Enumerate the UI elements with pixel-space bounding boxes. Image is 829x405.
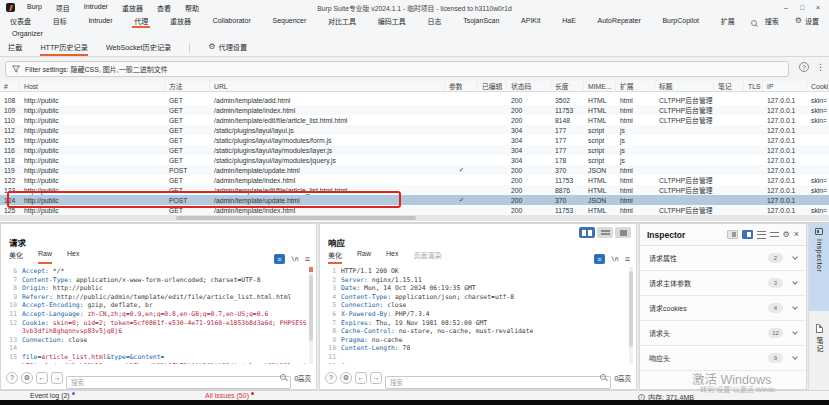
side-tab-notes[interactable]: 笔记 (809, 319, 829, 377)
main-tab-12[interactable]: HaE (560, 15, 578, 28)
main-tab-1[interactable]: 目标 (51, 15, 69, 28)
table-row[interactable]: 115http://publicGET/static/plugins/layui… (0, 135, 829, 145)
table-row[interactable]: 123http://publicGET/admin/template/edit/… (0, 185, 829, 195)
table-row[interactable]: 108http://publicGET/admin/template/add.h… (0, 95, 829, 105)
table-row[interactable]: 124http://publicPOST/admin/template/upda… (0, 195, 829, 205)
column-header-1[interactable]: Host (20, 81, 165, 91)
column-header-3[interactable]: URL (210, 81, 445, 91)
minimize-button[interactable]: – (779, 2, 793, 13)
filter-settings-bar[interactable]: Filter settings: 隐藏CSS, 图片,一般二进制文件 (5, 61, 789, 77)
layout-single-button[interactable] (615, 227, 631, 238)
main-tab-4[interactable]: 重放器 (168, 15, 193, 28)
main-tab-15[interactable]: 扩展 (719, 15, 737, 28)
column-header-12[interactable]: TLS (744, 81, 763, 91)
response-tab-1[interactable]: Raw (357, 250, 371, 264)
response-tab-0[interactable]: 美化 (328, 250, 342, 264)
proxy-settings-button[interactable]: ⚙ 代理设置 (208, 40, 247, 56)
inspector-section-4[interactable]: 响应头9 (640, 346, 806, 371)
inspector-section-0[interactable]: 请求属性2 (640, 246, 806, 271)
sub-tab-0[interactable]: 拦截 (8, 40, 22, 56)
menu-0[interactable]: Burp (20, 3, 49, 13)
menu-1[interactable]: 项目 (49, 3, 77, 13)
prev-match-button[interactable]: ← (355, 372, 367, 384)
column-header-13[interactable]: IP (763, 81, 807, 91)
column-header-6[interactable]: 状态码 (507, 81, 551, 91)
table-row[interactable]: 110http://publicGET/admin/template/edit/… (0, 115, 829, 125)
table-row[interactable]: 119http://publicPOST/admin/template/upda… (0, 165, 829, 175)
menu-5[interactable]: 帮助 (178, 3, 206, 13)
table-row[interactable]: 116http://publicGET/static/plugins/layui… (0, 145, 829, 155)
show-newlines-icon[interactable]: \n (291, 255, 299, 263)
inspector-settings-icon[interactable]: ⚙ (783, 231, 790, 239)
main-tab-11[interactable]: APIKit (519, 15, 542, 28)
inspector-section-3[interactable]: 请求头12 (640, 321, 806, 346)
response-editor[interactable]: 1HTTP/1.1 200 OK2Server: nginx/1.15.113D… (323, 267, 627, 364)
table-horizontal-scrollbar[interactable] (0, 215, 829, 221)
column-header-7[interactable]: 长度 (551, 81, 584, 91)
column-header-9[interactable]: 扩展 (616, 81, 655, 91)
inspector-dock-left-button[interactable] (727, 230, 738, 239)
column-header-14[interactable]: Cookie (807, 81, 829, 91)
menu-2[interactable]: Intruder (77, 3, 115, 13)
table-row[interactable]: 112http://publicGET/static/plugins/layui… (0, 125, 829, 135)
menu-3[interactable]: 重放器 (115, 3, 150, 13)
sub-tab-2[interactable]: WebSocket历史记录 (106, 40, 171, 56)
request-tab-2[interactable]: Hex (67, 250, 79, 264)
response-search-input[interactable] (385, 376, 611, 389)
maximize-button[interactable]: □ (795, 2, 809, 13)
inspector-section-1[interactable]: 请求主体参数3 (640, 271, 806, 296)
layout-rows-button[interactable] (597, 227, 613, 238)
column-header-8[interactable]: MIME... (584, 81, 616, 91)
main-tab-13[interactable]: AutoRepeater (596, 15, 643, 28)
search-settings-icon[interactable]: ⚙ (21, 372, 33, 384)
editor-menu-icon[interactable]: ≡ (305, 255, 310, 264)
column-header-10[interactable]: 标题 (655, 81, 714, 91)
scrollbar-thumb[interactable] (309, 275, 313, 341)
table-row[interactable]: 122http://publicGET/admin/template/index… (0, 175, 829, 185)
main-tab-14[interactable]: BurpCopilot (660, 15, 701, 28)
sub-tab-1[interactable]: HTTP历史记录 (40, 40, 88, 56)
search-help-icon[interactable]: ? (6, 372, 18, 384)
request-search-input[interactable] (66, 376, 291, 389)
close-button[interactable]: × (811, 2, 825, 13)
main-tab-3[interactable]: 代理 (132, 15, 150, 28)
settings-button[interactable]: ⚙ 设置 (793, 16, 821, 28)
event-log-button[interactable]: Event log (2) (30, 392, 75, 399)
side-tab-inspector[interactable]: Inspector (809, 223, 829, 311)
main-tab-2[interactable]: Intruder (86, 15, 114, 28)
scrollbar-thumb[interactable] (176, 216, 416, 220)
prev-match-button[interactable]: ← (36, 372, 48, 384)
request-editor-scrollbar[interactable] (309, 267, 313, 364)
expand-all-icon[interactable] (757, 231, 766, 239)
main-tab-row2-0[interactable]: Organizer (10, 30, 45, 39)
scrollbar-thumb[interactable] (629, 271, 633, 347)
response-tab-3[interactable]: 页面渲染 (413, 250, 441, 264)
more-options-icon[interactable]: ⋮ (816, 62, 825, 72)
response-editor-scrollbar[interactable] (629, 267, 633, 364)
main-tab-0[interactable]: 仪表盘 (8, 15, 33, 28)
inspector-section-2[interactable]: 请求cookies4 (640, 296, 806, 321)
search-help-icon[interactable]: ? (325, 372, 337, 384)
inspector-dock-right-button[interactable] (742, 230, 753, 239)
pretty-print-icon[interactable]: ≡ (594, 254, 605, 264)
all-issues-button[interactable]: All issues (50) (205, 392, 254, 399)
next-match-button[interactable]: → (51, 372, 63, 384)
main-tab-7[interactable]: 对比工具 (326, 15, 358, 28)
request-editor[interactable]: 6Accept: */*7Content-Type: application/x… (4, 267, 307, 364)
next-match-button[interactable]: → (370, 372, 382, 384)
inspector-close-icon[interactable]: × (794, 230, 799, 239)
column-header-0[interactable]: # (0, 81, 20, 91)
column-header-4[interactable]: 参数 (445, 81, 478, 91)
request-tab-0[interactable]: 美化 (9, 250, 23, 264)
help-icon[interactable]: ? (799, 62, 809, 72)
layout-columns-button[interactable] (579, 227, 595, 238)
show-newlines-icon[interactable]: \n (611, 255, 619, 263)
table-row[interactable]: 109http://publicGET/admin/template/index… (0, 105, 829, 115)
column-header-11[interactable]: 笔记 (714, 81, 744, 91)
table-row[interactable]: 125http://publicGET/admin/template/index… (0, 205, 829, 215)
response-tab-2[interactable]: Hex (386, 250, 398, 264)
main-tab-6[interactable]: Sequencer (270, 15, 308, 28)
request-tab-1[interactable]: Raw (38, 250, 52, 264)
pretty-print-icon[interactable]: ≡ (274, 254, 285, 264)
search-button[interactable]: 搜索 (753, 16, 781, 28)
